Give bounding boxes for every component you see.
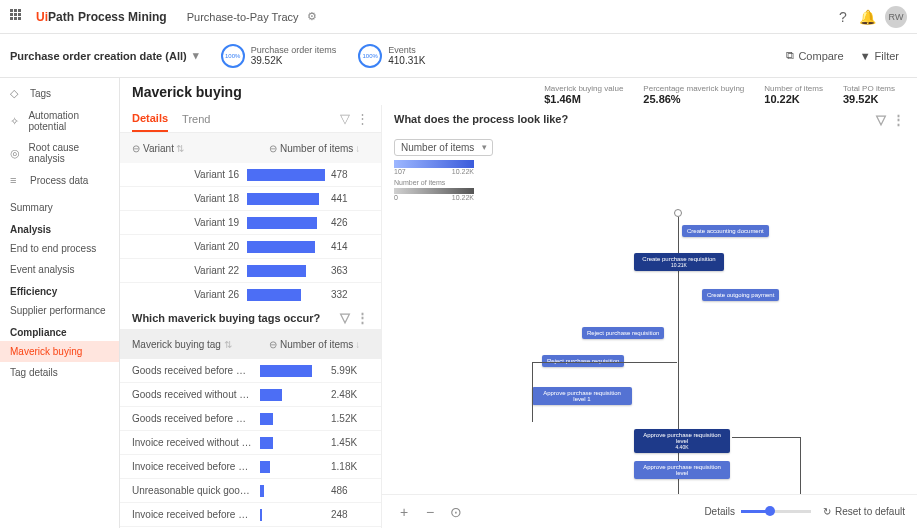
uipath-logo: UiPath [36,10,74,24]
metric-select[interactable]: Number of items [394,139,493,156]
tab-trend[interactable]: Trend [182,107,210,131]
avatar[interactable]: RW [885,6,907,28]
dropdown-icon[interactable]: ⊖ [269,339,277,350]
process-node[interactable]: Approve purchase requisition level [634,461,730,479]
list-icon: ≡ [10,174,24,186]
zoom-in-button[interactable]: + [394,502,414,522]
sidebar-item-automation[interactable]: ✧Automation potential [0,105,119,137]
page-title: Maverick buying [132,84,242,100]
variant-row[interactable]: Variant 18441 [120,187,381,211]
process-node[interactable]: Approve purchase requisition level 1 [532,387,632,405]
variant-row[interactable]: Variant 16478 [120,163,381,187]
tag-row[interactable]: Invoice received before PO…248 [120,503,381,527]
process-node[interactable]: Create accounting document [682,225,769,237]
variant-value: 426 [325,217,369,228]
filter-icon[interactable]: ▽ [340,310,350,325]
variant-row[interactable]: Variant 20414 [120,235,381,259]
variant-row[interactable]: Variant 19426 [120,211,381,235]
reset-icon: ↻ [823,506,831,517]
group-analysis: Analysis [0,218,119,238]
left-panel: Details Trend ▽ ⋮ ⊖Variant⇅ ⊖Number of i… [120,105,382,528]
variant-table-header: ⊖Variant⇅ ⊖Number of items↓ [120,133,381,163]
tag-row[interactable]: Goods received before PO …5.99K [120,359,381,383]
kpi-events: 100% Events410.31K [358,44,425,68]
page-header: Maverick buying Maverick buying value$1.… [120,78,917,105]
more-icon[interactable]: ⋮ [356,111,369,126]
detail-slider[interactable]: Details [704,506,811,517]
dropdown-icon[interactable]: ⊖ [132,143,140,154]
period-label: Purchase order creation date (All) [10,50,187,62]
nav-summary[interactable]: Summary [0,197,119,218]
tag-row[interactable]: Goods received before PO …1.52K [120,407,381,431]
sidebar-item-tags[interactable]: ◇Tags [0,82,119,105]
tag-row[interactable]: Invoice received without P…1.45K [120,431,381,455]
variant-value: 414 [325,241,369,252]
tag-value: 486 [325,485,369,496]
variant-row[interactable]: Variant 22363 [120,259,381,283]
process-node[interactable]: Reject purchase requisition [542,355,624,367]
tag-value: 1.18K [325,461,369,472]
variant-name: Variant 22 [132,265,247,276]
nav-tag-details[interactable]: Tag details [0,362,119,383]
tag-value: 1.45K [325,437,369,448]
help-icon[interactable]: ? [831,5,855,29]
tag-icon: ◇ [10,87,24,100]
process-node[interactable]: Reject purchase requisition [582,327,664,339]
tag-row[interactable]: Goods received without P…2.48K [120,383,381,407]
compare-icon: ⧉ [786,49,794,62]
variant-value: 363 [325,265,369,276]
tag-name: Invoice received without P… [132,437,260,448]
variant-row[interactable]: Variant 26332 [120,283,381,302]
zoom-out-button[interactable]: − [420,502,440,522]
target-icon: ◎ [10,147,23,160]
tag-name: Goods received before PO … [132,365,260,376]
tab-details[interactable]: Details [132,106,168,132]
variant-value: 441 [325,193,369,204]
tag-name: Invoice received before PO… [132,461,260,472]
gear-icon[interactable]: ⚙ [307,10,317,23]
group-efficiency: Efficiency [0,280,119,300]
variant-name: Variant 16 [132,169,247,180]
process-node[interactable]: Create purchase requisition10.21K [634,253,724,271]
reset-button[interactable]: ↻Reset to default [823,506,905,517]
metric-buying-value: Maverick buying value$1.46M [544,84,623,105]
sidebar-item-rootcause[interactable]: ◎Root cause analysis [0,137,119,169]
filter-icon: ▼ [860,50,871,62]
group-compliance: Compliance [0,321,119,341]
sidebar-item-processdata[interactable]: ≡Process data [0,169,119,191]
filter-icon[interactable]: ▽ [876,112,886,127]
variant-value: 332 [325,289,369,300]
compare-button[interactable]: ⧉Compare [778,45,851,66]
nav-end-to-end[interactable]: End to end process [0,238,119,259]
filter-button[interactable]: ▼Filter [852,46,907,66]
more-icon[interactable]: ⋮ [356,310,369,325]
nav-supplier-perf[interactable]: Supplier performance [0,300,119,321]
tag-row[interactable]: Invoice received before PO…1.18K [120,455,381,479]
filter-bar: Purchase order creation date (All) ▾ 100… [0,34,917,78]
period-selector[interactable]: Purchase order creation date (All) ▾ [10,49,199,62]
process-canvas[interactable]: Create accounting document Create purcha… [382,207,917,494]
chevron-down-icon: ▾ [193,49,199,62]
breadcrumb[interactable]: Purchase-to-Pay Tracy [187,11,299,23]
variant-name: Variant 26 [132,289,247,300]
more-icon[interactable]: ⋮ [892,112,905,127]
top-bar: UiPath Process Mining Purchase-to-Pay Tr… [0,0,917,34]
bell-icon[interactable]: 🔔 [855,5,879,29]
product-name: Process Mining [78,10,167,24]
filter-icon[interactable]: ▽ [340,111,350,126]
gauge-icon: 100% [358,44,382,68]
dropdown-icon[interactable]: ⊖ [269,143,277,154]
tags-section-title: Which maverick buying tags occur? ▽ ⋮ [120,302,381,329]
process-node[interactable]: Approve purchase requisition level4.40K [634,429,730,453]
kpi-po-items: 100% Purchase order items39.52K [221,44,337,68]
nav-maverick-buying[interactable]: Maverick buying [0,341,119,362]
process-node[interactable]: Create outgoing payment [702,289,779,301]
variant-name: Variant 19 [132,217,247,228]
tag-name: Unreasonable quick goods… [132,485,260,496]
apps-grid-icon[interactable] [10,9,26,25]
fit-button[interactable]: ⊙ [446,502,466,522]
tag-value: 5.99K [325,365,369,376]
tag-row[interactable]: Unreasonable quick goods…486 [120,479,381,503]
variant-value: 478 [325,169,369,180]
nav-event-analysis[interactable]: Event analysis [0,259,119,280]
